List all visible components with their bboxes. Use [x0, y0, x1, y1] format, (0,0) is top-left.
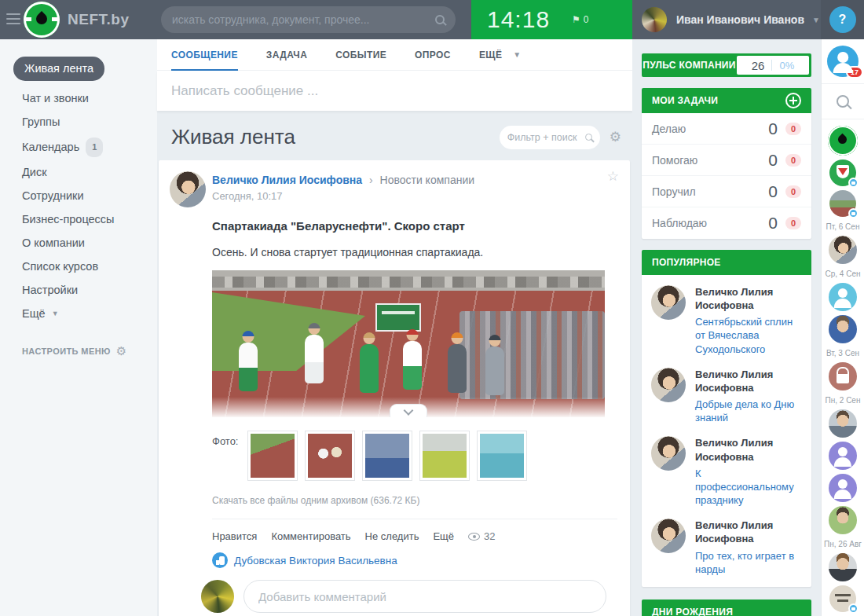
download-archive-link[interactable]: Скачать все файлы одним архивом (636.72 … — [212, 495, 617, 506]
popular-item: Величко Лилия Иосифовна К профессиональн… — [642, 426, 811, 508]
tab-more[interactable]: ЕЩЁ▼ — [479, 50, 522, 60]
favorite-star-icon[interactable]: ☆ — [607, 168, 619, 185]
rail-search-icon[interactable] — [837, 95, 849, 108]
like-button[interactable]: Нравится — [212, 530, 257, 542]
clock-time: 14:18 — [487, 6, 550, 33]
sidebar-item-employees[interactable]: Сотрудники — [22, 188, 157, 204]
unfollow-button[interactable]: Не следить — [365, 530, 419, 542]
avatar[interactable] — [651, 285, 686, 320]
chat-avatar[interactable] — [829, 236, 857, 264]
chat-avatar[interactable] — [829, 553, 857, 581]
post-author-link[interactable]: Величко Лилия Иосифовна — [212, 174, 362, 186]
feed-filter-input[interactable] — [507, 132, 585, 143]
date-label: Вт, 3 Сен — [826, 349, 859, 358]
photo-thumbnail[interactable] — [419, 431, 470, 481]
notifications-button[interactable]: 17 — [827, 46, 859, 77]
private-chat-lock-avatar[interactable] — [829, 362, 857, 390]
birthdays-widget[interactable]: ДНИ РОЖДЕНИЯ — [642, 600, 811, 616]
date-label: Пн, 26 Авг — [824, 540, 862, 548]
team-emblem-avatar[interactable] — [829, 160, 856, 186]
feed-filter[interactable] — [500, 126, 600, 149]
person-avatar[interactable] — [829, 283, 857, 311]
neft-chat-avatar[interactable] — [828, 126, 858, 156]
sidebar-item-settings[interactable]: Настройки — [22, 282, 157, 299]
popular-post-link[interactable]: Добрые дела ко Дню знаний — [695, 398, 802, 424]
tab-task[interactable]: ЗАДАЧА — [266, 50, 307, 60]
avatar[interactable] — [651, 519, 686, 553]
tab-poll[interactable]: ОПРОС — [415, 50, 451, 60]
popular-author[interactable]: Величко Лилия Иосифовна — [695, 519, 802, 545]
task-row-watching[interactable]: Наблюдаю 0 0 — [642, 207, 811, 239]
comment-input[interactable] — [243, 580, 606, 613]
post-photo[interactable] — [212, 270, 605, 417]
sidebar-item-groups[interactable]: Группы — [22, 114, 157, 130]
photo-background — [212, 277, 605, 288]
popular-author[interactable]: Величко Лилия Иосифовна — [695, 436, 802, 463]
global-search[interactable] — [161, 6, 456, 33]
popular-post-link[interactable]: Сентябрьский сплин от Вячеслава Суходоль… — [695, 315, 802, 355]
task-row-helping[interactable]: Помогаю 0 0 — [642, 145, 811, 176]
sidebar-item-chat[interactable]: Чат и звонки — [22, 90, 157, 107]
person-avatar[interactable] — [829, 474, 857, 502]
task-row-assigned[interactable]: Поручил 0 0 — [642, 176, 811, 207]
photo-thumbnail[interactable] — [362, 431, 412, 481]
avatar[interactable] — [651, 436, 686, 471]
add-task-button[interactable] — [785, 93, 801, 108]
global-search-input[interactable] — [172, 13, 435, 26]
help-button[interactable]: ? — [829, 6, 856, 33]
photo-figure — [239, 343, 258, 391]
tab-event[interactable]: СОБЫТИЕ — [335, 50, 386, 60]
task-badge: 0 — [785, 185, 801, 198]
sidebar-item-calendar[interactable]: Календарь1 — [22, 138, 157, 157]
sidebar-item-more[interactable]: Ещё▼ — [22, 306, 157, 322]
task-row-doing[interactable]: Делаю 0 0 — [642, 113, 811, 145]
more-button[interactable]: Ещё — [433, 530, 454, 542]
sidebar-item-business-processes[interactable]: Бизнес-процессы — [22, 211, 157, 228]
popular-author[interactable]: Величко Лилия Иосифовна — [695, 368, 802, 394]
menu-icon[interactable] — [6, 13, 20, 26]
text-logo-avatar[interactable] — [829, 585, 856, 612]
photo-figure — [485, 346, 504, 395]
photos-label: Фото: — [212, 435, 238, 481]
popular-post-link[interactable]: Про тех, кто играет в нарды — [695, 549, 802, 576]
sidebar-item-live-feed[interactable]: Живая лента — [13, 57, 157, 81]
avatar[interactable] — [651, 368, 686, 402]
page-title: Живая лента — [171, 125, 500, 149]
top-bar: NEFT.by 14:18 ⚑ 0 Иван Иванович Иванов ▼ — [0, 0, 864, 39]
stadium-photo-avatar[interactable] — [829, 190, 856, 217]
photo-thumbnail[interactable] — [477, 431, 527, 481]
popular-author[interactable]: Величко Лилия Иосифовна — [695, 285, 802, 312]
sidebar-item-courses[interactable]: Список курсов — [22, 258, 157, 275]
photo-thumbnails — [247, 431, 527, 481]
date-label: Пн, 2 Сен — [826, 396, 861, 405]
company-pulse-widget[interactable]: ПУЛЬС КОМПАНИИ 26 0% — [642, 53, 811, 77]
chat-avatar[interactable] — [829, 409, 857, 438]
photo-thumbnail[interactable] — [305, 431, 355, 481]
worktime-clock[interactable]: 14:18 ⚑ 0 — [471, 0, 632, 39]
breadcrumb-chevron: › — [369, 174, 373, 186]
sidebar-item-about-company[interactable]: О компании — [22, 235, 157, 251]
user-menu[interactable]: Иван Иванович Иванов ▼ — [632, 0, 821, 39]
photo-thumbnail[interactable] — [247, 431, 298, 481]
tab-message[interactable]: СООБЩЕНИЕ — [171, 50, 238, 60]
photo-figure — [360, 344, 379, 393]
feed-post: ☆ Величко Лилия Иосифовна › Новости комп… — [159, 160, 630, 616]
configure-menu-button[interactable]: НАСТРОИТЬ МЕНЮ ⚙ — [22, 344, 157, 358]
oil-drop-icon — [34, 11, 49, 27]
expand-photo-button[interactable] — [390, 404, 427, 417]
sidebar-item-disk[interactable]: Диск — [22, 164, 157, 181]
message-composer[interactable]: Написать сообщение ... — [157, 71, 632, 111]
author-avatar[interactable] — [170, 171, 206, 207]
feed-settings-gear-icon[interactable]: ⚙ — [610, 129, 621, 145]
photo-banner — [375, 303, 421, 332]
person-avatar[interactable] — [829, 442, 857, 470]
post-channel-link[interactable]: Новости компании — [380, 174, 475, 186]
neftby-logo[interactable] — [24, 2, 60, 38]
task-badge: 0 — [785, 123, 801, 135]
chat-avatar[interactable] — [829, 315, 857, 343]
popular-post-link[interactable]: К профессиональному празднику — [695, 467, 802, 507]
pulse-value: 26 — [752, 59, 765, 72]
comment-button[interactable]: Комментировать — [271, 530, 350, 542]
chat-avatar[interactable] — [829, 506, 857, 534]
liked-by-link[interactable]: Дубовская Виктория Васильевна — [234, 555, 397, 566]
